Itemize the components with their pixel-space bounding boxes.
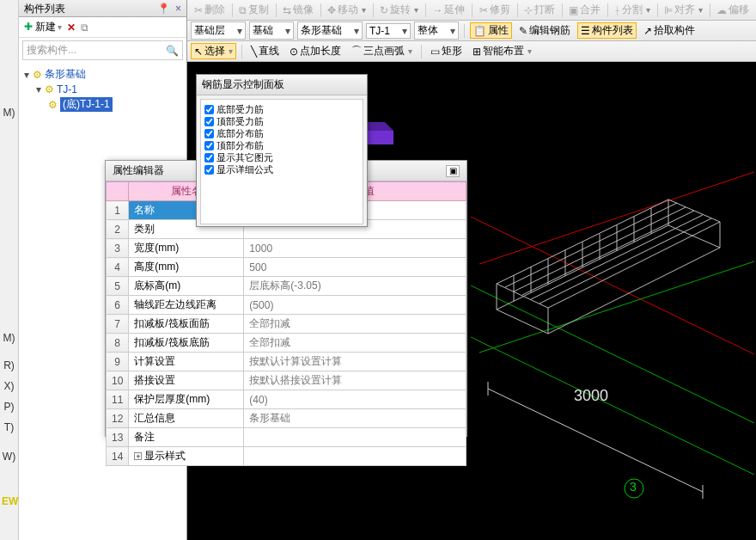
svg-line-26 — [522, 211, 694, 295]
search-placeholder: 搜索构件... — [27, 43, 76, 58]
new-button[interactable]: ✚ 新建 — [24, 20, 62, 34]
property-editor-close[interactable]: ▣ — [446, 165, 460, 177]
delete-button[interactable]: ✂ 删除 — [191, 2, 229, 18]
property-row[interactable]: 6轴线距左边线距离(500) — [107, 296, 466, 315]
svg-line-4 — [479, 261, 754, 353]
strip-label-ew: EW — [0, 492, 18, 511]
chk-bottom-dist[interactable]: 底部分布筋 — [204, 127, 359, 139]
svg-line-24 — [505, 203, 677, 287]
delete-icon[interactable]: ✕ — [67, 21, 76, 34]
strip-label: X) — [0, 377, 18, 396]
extend-button[interactable]: → 延伸 — [429, 2, 468, 18]
rect-button[interactable]: ▭ 矩形 — [427, 43, 466, 59]
chk-top-dist[interactable]: 顶部分布筋 — [204, 139, 359, 151]
search-input[interactable]: 搜索构件... 🔍 — [22, 40, 183, 60]
tree-child[interactable]: ▾⚙TJ-1 — [24, 83, 181, 96]
svg-line-2 — [471, 285, 754, 423]
mirror-button[interactable]: ⇆ 镜像 — [279, 2, 317, 18]
component-list-button[interactable]: ☰ 构件列表 — [577, 22, 637, 39]
property-row[interactable]: 7扣减板/筏板面筋全部扣减 — [107, 315, 466, 334]
rebar-panel-title[interactable]: 钢筋显示控制面板 — [197, 75, 367, 95]
scope-dropdown[interactable]: 整体 — [414, 21, 459, 40]
property-row[interactable]: 13备注 — [107, 428, 466, 447]
edit-rebar-button[interactable]: ✎ 编辑钢筋 — [515, 22, 574, 39]
point-length-button[interactable]: ⊙ 点加长度 — [286, 43, 344, 59]
component-tree: ▾⚙条形基础 ▾⚙TJ-1 ⚙(底)TJ-1-1 — [19, 63, 186, 116]
component-dropdown[interactable]: TJ-1 — [366, 23, 411, 39]
pick-component-button[interactable]: ↗ 拾取构件 — [640, 22, 698, 39]
copy-icon[interactable]: ⧉ — [81, 21, 88, 34]
tree-root[interactable]: ▾⚙条形基础 — [24, 66, 181, 83]
three-point-arc-button[interactable]: ⌒ 三点画弧 — [348, 43, 416, 59]
copy-button[interactable]: ⧉ 复制 — [235, 2, 272, 18]
chk-bottom-main[interactable]: 底部受力筋 — [204, 103, 359, 115]
property-row[interactable]: 11保护层厚度(mm)(40) — [107, 390, 466, 409]
panel-title-text: 构件列表 — [24, 2, 65, 15]
line-button[interactable]: ╲ 直线 — [247, 43, 283, 59]
property-row[interactable]: 10搭接设置按默认搭接设置计算 — [107, 371, 466, 390]
category-dropdown[interactable]: 基础 — [249, 21, 294, 40]
panel-title-bar: 构件列表 📍 × — [19, 0, 186, 17]
search-icon[interactable]: 🔍 — [166, 45, 179, 57]
pin-icon[interactable]: 📍 — [157, 3, 170, 15]
property-row[interactable]: 5底标高(m)层底标高(-3.05) — [107, 277, 466, 296]
chk-top-main[interactable]: 顶部受力筋 — [204, 115, 359, 127]
split-button[interactable]: ⟊ 分割 — [611, 2, 654, 18]
property-row[interactable]: 4高度(mm)500 — [107, 258, 466, 277]
dimension-3000: 3000 — [574, 387, 608, 405]
left-sidebar-strip: M) M) R) X) P) T) W) EW — [0, 0, 19, 540]
break-button[interactable]: ⊹ 打断 — [521, 2, 558, 18]
property-row[interactable]: 12汇总信息条形基础 — [107, 409, 466, 428]
smart-layout-button[interactable]: ⊞ 智能布置 — [469, 43, 535, 59]
property-row[interactable]: 14+显示样式 — [107, 447, 466, 466]
new-toolbar: ✚ 新建 ✕ ⧉ — [19, 17, 186, 38]
layer-dropdown[interactable]: 基础层 — [191, 21, 246, 40]
tree-leaf[interactable]: ⚙(底)TJ-1-1 — [24, 96, 181, 113]
chk-show-formula[interactable]: 显示详细公式 — [204, 163, 359, 175]
chk-show-other[interactable]: 显示其它图元 — [204, 151, 359, 163]
property-row[interactable]: 3宽度(mm)1000 — [107, 239, 466, 258]
strip-label: P) — [0, 397, 18, 416]
type-dropdown[interactable]: 条形基础 — [297, 21, 363, 40]
strip-label: W) — [0, 447, 18, 466]
svg-marker-10 — [497, 225, 720, 334]
property-editor-title: 属性编辑器 — [113, 163, 164, 178]
property-row[interactable]: 9计算设置按默认计算设置计算 — [107, 353, 466, 371]
main-toolbar-2: 基础层 基础 条形基础 TJ-1 整体 📋 属性 ✎ 编辑钢筋 ☰ 构件列表 ↗… — [187, 21, 756, 41]
property-row[interactable]: 8扣减板/筏板底筋全部扣减 — [107, 334, 466, 353]
move-button[interactable]: ✥ 移动 — [324, 2, 369, 18]
node-3-label: 3 — [630, 480, 637, 494]
main-toolbar-3: ↖ 选择 ╲ 直线 ⊙ 点加长度 ⌒ 三点画弧 ▭ 矩形 ⊞ 智能布置 — [187, 41, 756, 62]
select-button[interactable]: ↖ 选择 — [191, 43, 236, 59]
close-icon[interactable]: × — [175, 3, 181, 15]
properties-button[interactable]: 📋 属性 — [470, 22, 512, 39]
rotate-button[interactable]: ↻ 旋转 — [376, 2, 422, 18]
strip-label: M) — [0, 103, 18, 122]
strip-label: M) — [0, 328, 18, 347]
rebar-display-panel: 钢筋显示控制面板 底部受力筋 顶部受力筋 底部分布筋 顶部分布筋 显示其它图元 … — [196, 74, 368, 227]
align-button[interactable]: ⊫ 对齐 — [661, 2, 706, 18]
strip-label: R) — [0, 356, 18, 375]
offset-button[interactable]: ☁ 偏移 — [713, 2, 753, 18]
trim-button[interactable]: ✂ 修剪 — [476, 2, 514, 18]
svg-line-3 — [471, 337, 754, 475]
strip-label: T) — [0, 418, 18, 437]
merge-button[interactable]: ▣ 合并 — [565, 2, 604, 18]
main-toolbar-1: ✂ 删除 ⧉ 复制 ⇆ 镜像 ✥ 移动 ↻ 旋转 → 延伸 ✂ 修剪 ⊹ 打断 … — [187, 0, 756, 21]
